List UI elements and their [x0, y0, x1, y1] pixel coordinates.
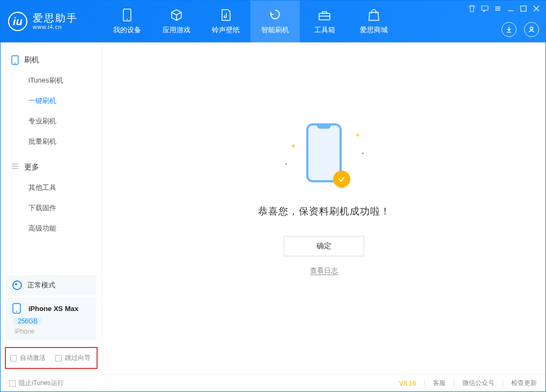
- checkbox-label: 自动激活: [20, 353, 46, 363]
- device-capacity: 256GB: [12, 317, 43, 326]
- sidebar-item-batch[interactable]: 批量刷机: [1, 131, 102, 152]
- sparkle-icon: •: [361, 149, 364, 158]
- feedback-icon[interactable]: [481, 5, 489, 12]
- mode-card[interactable]: 正常模式: [6, 275, 97, 295]
- group-label: 更多: [24, 162, 39, 172]
- menu-icon[interactable]: [494, 5, 501, 12]
- svg-point-12: [530, 27, 533, 30]
- device-type: iPhone: [14, 328, 90, 335]
- nav-my-device[interactable]: 我的设备: [102, 1, 152, 42]
- sidebar-item-advanced[interactable]: 高级功能: [1, 218, 102, 239]
- nav-label: 我的设备: [113, 25, 141, 35]
- sparkle-icon: ✦: [290, 142, 297, 150]
- status-bar: 阻止iTunes运行 V8.16 | 客服 | 微信公众号 | 检查更新: [1, 374, 545, 391]
- bag-icon: [367, 8, 381, 22]
- body: 刷机 iTunes刷机 一键刷机 专业刷机 批量刷机 更多 其他工具 下载固件 …: [1, 42, 545, 374]
- nav-toolbox[interactable]: 工具箱: [300, 1, 349, 42]
- device-icon: [11, 55, 19, 65]
- checkbox-block-itunes[interactable]: 阻止iTunes运行: [9, 379, 64, 388]
- mode-label: 正常模式: [27, 280, 55, 290]
- device-card[interactable]: iPhone XS Max 256GB iPhone: [6, 298, 97, 341]
- checkbox-auto-activate[interactable]: 自动激活: [10, 353, 46, 363]
- cube-icon: [169, 8, 183, 22]
- brand-url: www.i4.cn: [33, 24, 78, 30]
- wechat-link[interactable]: 微信公众号: [462, 379, 495, 388]
- sparkle-icon: •: [285, 160, 287, 168]
- sidebar-item-firmware[interactable]: 下载固件: [1, 198, 102, 218]
- view-log-link[interactable]: 查看日志: [310, 266, 338, 276]
- header: iu 爱思助手 www.i4.cn 我的设备 应用游戏 铃声壁纸 智能刷机: [1, 1, 545, 42]
- top-nav: 我的设备 应用游戏 铃声壁纸 智能刷机 工具箱 爱思商城: [102, 1, 399, 42]
- svg-point-14: [14, 63, 16, 64]
- minimize-icon[interactable]: [507, 5, 514, 12]
- logo-icon: iu: [8, 12, 27, 31]
- list-icon: [11, 162, 19, 172]
- checkbox-label: 跳过向导: [65, 353, 91, 363]
- svg-rect-9: [521, 6, 526, 11]
- sidebar-group-more: 更多: [1, 159, 102, 177]
- svg-point-19: [16, 311, 17, 312]
- ok-button[interactable]: 确定: [284, 236, 364, 256]
- update-link[interactable]: 检查更新: [511, 379, 537, 388]
- refresh-shield-icon: [268, 8, 282, 22]
- nav-label: 爱思商城: [360, 25, 388, 35]
- user-button[interactable]: [524, 22, 539, 37]
- success-panel: ✦ • ✦ • 恭喜您，保资料刷机成功啦！ 确定 查看日志: [258, 120, 390, 276]
- group-label: 刷机: [24, 55, 39, 65]
- svg-rect-2: [319, 13, 330, 20]
- check-badge-icon: [333, 171, 350, 188]
- support-link[interactable]: 客服: [433, 379, 446, 388]
- sidebar-item-oneclick[interactable]: 一键刷机: [1, 91, 102, 111]
- logo: iu 爱思助手 www.i4.cn: [1, 1, 102, 42]
- sidebar-group-flash: 刷机: [1, 52, 102, 70]
- mode-icon: [12, 280, 22, 290]
- header-actions: [501, 22, 539, 37]
- checkbox-skip-guide[interactable]: 跳过向导: [55, 353, 91, 363]
- maximize-icon[interactable]: [520, 5, 527, 12]
- nav-label: 铃声壁纸: [212, 25, 240, 35]
- checkbox-icon: [55, 355, 62, 361]
- download-button[interactable]: [501, 22, 517, 37]
- sidebar-item-pro[interactable]: 专业刷机: [1, 111, 102, 131]
- sparkle-icon: ✦: [355, 131, 361, 139]
- music-file-icon: [219, 8, 233, 22]
- checkbox-icon: [9, 380, 16, 387]
- app-window: iu 爱思助手 www.i4.cn 我的设备 应用游戏 铃声壁纸 智能刷机: [0, 0, 546, 392]
- version-label: V8.16: [399, 380, 416, 387]
- phone-icon: [120, 8, 134, 22]
- main-content: ✦ • ✦ • 恭喜您，保资料刷机成功啦！ 确定 查看日志: [102, 42, 545, 374]
- nav-label: 智能刷机: [261, 25, 289, 35]
- window-controls: [468, 5, 540, 12]
- nav-label: 应用游戏: [163, 25, 190, 35]
- device-small-icon: [12, 303, 21, 314]
- tshirt-icon[interactable]: [468, 5, 476, 12]
- nav-flash[interactable]: 智能刷机: [250, 1, 300, 42]
- sidebar: 刷机 iTunes刷机 一键刷机 专业刷机 批量刷机 更多 其他工具 下载固件 …: [1, 42, 102, 374]
- success-message: 恭喜您，保资料刷机成功啦！: [258, 205, 390, 218]
- brand-name: 爱思助手: [33, 13, 78, 24]
- separator: |: [424, 380, 425, 387]
- nav-ringtone[interactable]: 铃声壁纸: [201, 1, 250, 42]
- nav-apps[interactable]: 应用游戏: [152, 1, 201, 42]
- close-icon[interactable]: [533, 5, 540, 12]
- success-illustration: ✦ • ✦ •: [284, 120, 364, 190]
- checkbox-label: 阻止iTunes运行: [19, 379, 64, 388]
- checkbox-icon: [10, 355, 17, 361]
- sidebar-item-other[interactable]: 其他工具: [1, 177, 102, 198]
- nav-label: 工具箱: [314, 25, 335, 35]
- separator: |: [502, 380, 504, 387]
- svg-point-1: [127, 19, 128, 20]
- sidebar-bottom: 正常模式 iPhone XS Max 256GB iPhone: [1, 273, 102, 374]
- separator: |: [453, 380, 455, 387]
- options-highlight: 自动激活 跳过向导: [5, 347, 98, 369]
- svg-rect-4: [482, 6, 488, 10]
- nav-store[interactable]: 爱思商城: [349, 1, 399, 42]
- sidebar-item-itunes[interactable]: iTunes刷机: [1, 70, 102, 91]
- device-name: iPhone XS Max: [28, 305, 78, 313]
- toolbox-icon: [318, 8, 331, 22]
